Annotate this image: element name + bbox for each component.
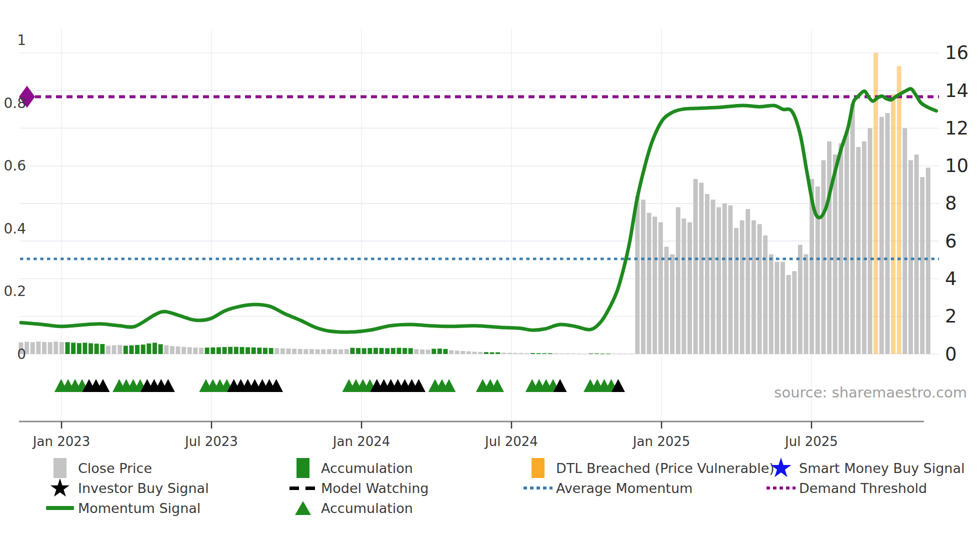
left-axis-tick-label: 0.2: [4, 283, 26, 300]
legend-label: DTL Breached (Price Vulnerable): [556, 460, 774, 476]
right-axis-tick-label: 4: [945, 268, 957, 290]
close-price-bar: [926, 168, 930, 354]
close-price-bar: [118, 345, 122, 354]
accumulation-bar: [496, 352, 500, 354]
close-price-bar: [821, 160, 826, 354]
close-price-bar: [688, 222, 692, 354]
blue-star-icon: ★: [763, 458, 799, 478]
accumulation-bar: [530, 353, 535, 354]
close-price-bar: [780, 262, 785, 354]
accumulation-bar: [536, 353, 541, 354]
close-price-bar: [182, 347, 186, 354]
accumulation-bar: [146, 344, 151, 354]
legend-item-dtl-breached: DTL Breached (Price Vulnerable): [520, 458, 774, 478]
close-price-bar: [48, 342, 52, 354]
close-price-bar: [478, 352, 482, 354]
close-price-bar: [612, 354, 616, 354]
accumulation-bar: [141, 344, 146, 354]
close-price-bar: [30, 342, 35, 354]
accumulation-bar: [490, 352, 494, 354]
right-axis-tick-label: 6: [945, 230, 957, 252]
close-price-bar: [885, 113, 890, 354]
close-price-bar: [705, 194, 710, 354]
close-price-bar: [106, 346, 110, 354]
accumulation-bar: [402, 348, 407, 354]
close-price-bar: [42, 342, 46, 354]
accumulation-bar: [210, 348, 215, 354]
close-price-bar: [310, 349, 314, 354]
accumulation-bar: [100, 344, 104, 354]
legend-label: Demand Threshold: [799, 480, 927, 496]
close-price-bar: [344, 349, 349, 354]
close-price-bar: [54, 342, 58, 354]
close-price-bar: [519, 353, 524, 354]
close-price-bar: [321, 350, 326, 354]
dtl-breached-bar: [891, 94, 896, 354]
x-tick-label: Jul 2025: [784, 434, 838, 449]
purple-dotted-line-icon: [763, 486, 799, 490]
close-price-bar: [513, 353, 518, 354]
legend-item-demand-threshold: Demand Threshold: [763, 478, 965, 498]
close-price-bar: [716, 207, 721, 354]
close-price-bar: [676, 207, 680, 354]
black-star-icon: ★: [42, 478, 78, 498]
close-price-bar: [734, 228, 738, 354]
accumulation-bar: [542, 353, 546, 354]
close-price-bar: [902, 128, 907, 354]
x-tick-label: Jul 2024: [484, 434, 538, 449]
close-price-bar: [699, 182, 704, 354]
accumulation-bar: [88, 344, 93, 354]
legend-label: Accumulation: [321, 460, 413, 476]
close-price-bar: [566, 354, 570, 354]
close-price-bar: [199, 348, 204, 354]
right-axis-tick-label: 8: [945, 192, 957, 214]
accumulation-bar: [77, 343, 82, 354]
close-price-bar: [827, 142, 832, 354]
close-price-bar: [618, 354, 622, 354]
accumulation-bar: [222, 347, 227, 354]
close-price-bar: [769, 254, 774, 354]
close-price-bar: [804, 254, 808, 354]
accumulation-bar: [396, 348, 401, 354]
close-price-bar: [472, 352, 477, 354]
close-price-bar: [193, 348, 198, 354]
legend-column-4: ★ Smart Money Buy Signal Demand Threshol…: [763, 458, 965, 498]
close-price-bar: [112, 346, 116, 354]
close-price-bar: [274, 348, 279, 354]
close-price-bar: [880, 117, 884, 354]
legend-item-accumulation-marker: Accumulation: [285, 498, 428, 518]
close-price-bar: [414, 349, 418, 354]
close-price-bar: [908, 160, 913, 354]
legend-label: Momentum Signal: [78, 500, 200, 516]
vertical-gridlines: [62, 29, 812, 422]
close-price-bar: [298, 349, 302, 354]
close-price-bar: [856, 147, 860, 354]
accumulation-bar: [484, 352, 488, 354]
close-price-bar: [455, 350, 460, 354]
legend-column-2: Accumulation Model Watching Accumulation: [285, 458, 428, 518]
legend-label: Investor Buy Signal: [78, 480, 209, 496]
close-price-bar: [304, 349, 308, 354]
accumulation-bar: [374, 348, 378, 354]
close-price-bar: [658, 222, 663, 354]
close-price-bar: [635, 196, 640, 354]
accumulation-bar: [205, 348, 210, 354]
accumulation-bar: [594, 354, 599, 354]
accumulation-bar: [71, 342, 76, 354]
green-line-icon: [42, 506, 78, 510]
chart-legend: Close Price ★ Investor Buy Signal Moment…: [0, 458, 980, 538]
right-axis-tick-label: 14: [945, 80, 968, 102]
close-price-bar: [338, 350, 343, 354]
accumulation-bar: [606, 354, 610, 354]
close-price-bar: [286, 348, 290, 354]
close-price-bar: [752, 220, 756, 354]
right-axis-tick-label: 12: [945, 118, 968, 139]
accumulation-bar: [240, 347, 244, 354]
close-price-bar: [868, 128, 872, 354]
close-price-bar: [60, 342, 64, 354]
close-price-bar: [583, 354, 588, 354]
close-price-bar: [292, 348, 296, 354]
left-axis-tick-label: 1: [17, 32, 26, 48]
close-price-bar: [624, 354, 628, 354]
accumulation-bar: [588, 354, 593, 354]
